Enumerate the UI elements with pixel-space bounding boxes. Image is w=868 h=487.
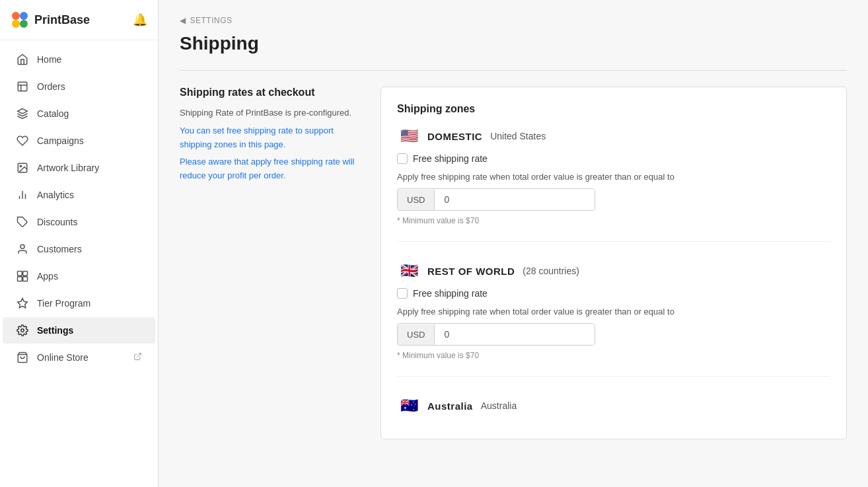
zone-row-sub: (28 countries) [523,266,579,276]
zone-row-name: REST OF WORLD [427,266,515,277]
apps-icon [16,270,29,283]
row-free-shipping-checkbox[interactable] [397,288,408,299]
domestic-free-shipping-label: Free shipping rate [413,153,488,164]
sidebar-item-catalog-label: Catalog [37,108,69,119]
sidebar-item-orders-label: Orders [37,81,65,92]
sidebar-header: PrintBase 🔔 [0,0,158,40]
sidebar-item-customers[interactable]: Customers [3,236,155,262]
domestic-currency-label: USD [398,190,435,210]
analytics-icon [16,188,29,202]
zones-title: Shipping zones [397,103,830,115]
sidebar-item-discounts-label: Discounts [37,217,77,227]
svg-point-14 [20,244,24,248]
discounts-icon [16,215,29,229]
sidebar-item-settings-label: Settings [37,325,73,336]
sidebar-item-tier-program[interactable]: Tier Program [3,290,155,317]
zone-au-sub: Australia [481,400,517,411]
store-icon [16,351,29,364]
sidebar-item-settings[interactable]: Settings [3,317,155,344]
sidebar-item-discounts[interactable]: Discounts [3,209,155,235]
sidebar-item-catalog[interactable]: Catalog [3,100,155,127]
zone-row-header: 🇬🇧 REST OF WORLD (28 countries) [397,263,830,279]
svg-point-19 [21,329,24,332]
logo-text: PrintBase [34,13,90,27]
row-free-shipping-row: Free shipping rate [397,288,830,299]
campaigns-icon [16,134,29,147]
domestic-free-shipping-checkbox[interactable] [397,153,408,164]
svg-marker-7 [18,109,28,114]
domestic-min-note: * Minimum value is $70 [397,216,830,225]
domestic-usd-input: USD 0 [397,188,595,211]
sidebar-item-artwork-library-label: Artwork Library [37,163,99,173]
sidebar-item-apps[interactable]: Apps [3,263,155,289]
sidebar-item-home-label: Home [37,54,61,65]
sidebar-item-home[interactable]: Home [3,46,155,73]
row-value[interactable]: 0 [435,324,595,345]
sidebar: PrintBase 🔔 Home Orders Catalog [0,0,159,487]
zone-rest-of-world: 🇬🇧 REST OF WORLD (28 countries) Free shi… [397,263,830,377]
svg-point-0 [12,12,20,20]
zone-australia: 🇦🇺 Australia Australia [397,398,830,414]
artwork-icon [16,161,29,174]
sidebar-item-campaigns[interactable]: Campaigns [3,128,155,154]
logo-icon [11,11,29,29]
right-panel: Shipping zones 🇺🇸 DOMESTIC United States… [380,87,847,439]
sidebar-item-online-store-label: Online Store [37,352,89,363]
svg-rect-16 [23,272,28,276]
svg-rect-15 [18,272,22,276]
nav-list: Home Orders Catalog Campaigns [0,40,158,487]
left-panel-line1: Shipping Rate of PrintBase is pre-config… [180,106,365,120]
zone-au-header: 🇦🇺 Australia Australia [397,398,830,414]
customers-icon [16,243,29,256]
left-panel-heading: Shipping rates at checkout [180,87,365,98]
left-panel-line2: You can set free shipping rate to suppor… [180,124,365,152]
home-icon [16,53,29,66]
zone-au-name: Australia [427,400,473,412]
zone-domestic-sub: United States [490,131,546,141]
svg-point-9 [20,165,21,167]
flag-au-icon: 🇦🇺 [397,398,421,414]
flag-us-icon: 🇺🇸 [397,128,421,144]
sidebar-item-analytics[interactable]: Analytics [3,182,155,208]
sidebar-item-tier-label: Tier Program [37,298,90,309]
sidebar-item-apps-label: Apps [37,271,58,281]
left-panel-line3: Please aware that apply free shipping ra… [180,155,365,183]
content-layout: Shipping rates at checkout Shipping Rate… [180,87,847,439]
row-min-note: * Minimum value is $70 [397,351,830,360]
main-inner: ◀ SETTINGS Shipping Shipping rates at ch… [159,0,868,487]
svg-rect-4 [18,82,27,91]
domestic-free-shipping-row: Free shipping rate [397,153,830,164]
svg-point-1 [20,12,28,20]
flag-uk-icon: 🇬🇧 [397,263,421,279]
breadcrumb-parent[interactable]: SETTINGS [190,16,233,25]
sidebar-item-analytics-label: Analytics [37,190,74,200]
notification-bell-icon[interactable]: 🔔 [133,13,147,27]
row-usd-input: USD 0 [397,323,595,346]
svg-point-2 [12,20,20,28]
zone-domestic: 🇺🇸 DOMESTIC United States Free shipping … [397,128,830,242]
domestic-apply-text: Apply free shipping rate when total orde… [397,172,830,182]
left-panel: Shipping rates at checkout Shipping Rate… [180,87,365,439]
svg-rect-18 [23,277,28,281]
tier-icon [16,297,29,310]
sidebar-item-campaigns-label: Campaigns [37,135,84,146]
sidebar-item-online-store[interactable]: Online Store [3,344,155,371]
settings-icon [16,324,29,337]
breadcrumb: ◀ SETTINGS [180,16,847,25]
row-free-shipping-label: Free shipping rate [413,288,488,299]
catalog-icon [16,107,29,120]
zone-domestic-name: DOMESTIC [427,131,482,142]
row-currency-label: USD [398,324,435,345]
svg-line-21 [137,354,141,357]
row-apply-text: Apply free shipping rate when total orde… [397,307,830,317]
page-title: Shipping [180,33,847,54]
logo-area: PrintBase [11,11,90,29]
external-link-icon [133,352,142,363]
svg-rect-17 [18,277,22,281]
domestic-value[interactable]: 0 [435,189,595,210]
sidebar-item-customers-label: Customers [37,244,82,254]
sidebar-item-artwork-library[interactable]: Artwork Library [3,155,155,181]
svg-point-3 [20,20,28,28]
breadcrumb-arrow: ◀ [180,16,186,25]
sidebar-item-orders[interactable]: Orders [3,73,155,100]
